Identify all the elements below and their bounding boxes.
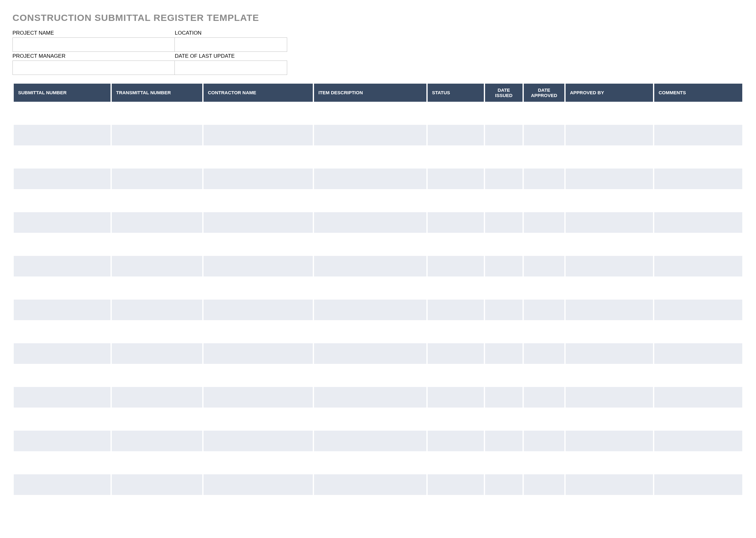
cell-date-approved[interactable]	[524, 169, 564, 189]
cell-item-description[interactable]	[314, 387, 426, 407]
cell-transmittal-number[interactable]	[112, 234, 202, 255]
cell-status[interactable]	[428, 365, 484, 386]
cell-date-approved[interactable]	[524, 474, 564, 495]
cell-date-approved[interactable]	[524, 278, 564, 298]
cell-submittal-number[interactable]	[14, 278, 111, 298]
cell-contractor-name[interactable]	[203, 169, 313, 189]
cell-status[interactable]	[428, 321, 484, 342]
cell-transmittal-number[interactable]	[112, 387, 202, 407]
cell-approved-by[interactable]	[566, 387, 653, 407]
cell-item-description[interactable]	[314, 453, 426, 473]
cell-date-issued[interactable]	[485, 125, 522, 145]
cell-submittal-number[interactable]	[14, 234, 111, 255]
cell-status[interactable]	[428, 431, 484, 451]
cell-transmittal-number[interactable]	[112, 190, 202, 211]
cell-status[interactable]	[428, 256, 484, 277]
cell-date-issued[interactable]	[485, 343, 522, 364]
cell-contractor-name[interactable]	[203, 103, 313, 124]
cell-date-approved[interactable]	[524, 234, 564, 255]
cell-status[interactable]	[428, 278, 484, 298]
cell-date-approved[interactable]	[524, 147, 564, 167]
cell-approved-by[interactable]	[566, 321, 653, 342]
cell-transmittal-number[interactable]	[112, 453, 202, 473]
cell-item-description[interactable]	[314, 256, 426, 277]
cell-item-description[interactable]	[314, 212, 426, 233]
cell-item-description[interactable]	[314, 409, 426, 429]
cell-date-issued[interactable]	[485, 453, 522, 473]
cell-item-description[interactable]	[314, 431, 426, 451]
cell-contractor-name[interactable]	[203, 212, 313, 233]
cell-date-approved[interactable]	[524, 103, 564, 124]
date-last-update-input[interactable]	[175, 61, 287, 75]
cell-transmittal-number[interactable]	[112, 256, 202, 277]
cell-date-approved[interactable]	[524, 496, 564, 517]
cell-approved-by[interactable]	[566, 496, 653, 517]
cell-date-approved[interactable]	[524, 190, 564, 211]
cell-contractor-name[interactable]	[203, 343, 313, 364]
cell-comments[interactable]	[654, 474, 742, 495]
cell-date-issued[interactable]	[485, 321, 522, 342]
cell-comments[interactable]	[654, 496, 742, 517]
cell-approved-by[interactable]	[566, 103, 653, 124]
cell-comments[interactable]	[654, 256, 742, 277]
cell-contractor-name[interactable]	[203, 147, 313, 167]
cell-date-approved[interactable]	[524, 321, 564, 342]
cell-comments[interactable]	[654, 103, 742, 124]
cell-comments[interactable]	[654, 125, 742, 145]
cell-submittal-number[interactable]	[14, 453, 111, 473]
cell-transmittal-number[interactable]	[112, 103, 202, 124]
cell-status[interactable]	[428, 212, 484, 233]
cell-date-issued[interactable]	[485, 299, 522, 320]
cell-item-description[interactable]	[314, 278, 426, 298]
cell-date-issued[interactable]	[485, 103, 522, 124]
cell-submittal-number[interactable]	[14, 321, 111, 342]
cell-date-issued[interactable]	[485, 190, 522, 211]
cell-transmittal-number[interactable]	[112, 147, 202, 167]
cell-transmittal-number[interactable]	[112, 125, 202, 145]
cell-status[interactable]	[428, 125, 484, 145]
cell-comments[interactable]	[654, 387, 742, 407]
cell-contractor-name[interactable]	[203, 299, 313, 320]
cell-transmittal-number[interactable]	[112, 496, 202, 517]
cell-transmittal-number[interactable]	[112, 474, 202, 495]
cell-date-issued[interactable]	[485, 169, 522, 189]
cell-contractor-name[interactable]	[203, 431, 313, 451]
cell-comments[interactable]	[654, 299, 742, 320]
cell-comments[interactable]	[654, 190, 742, 211]
cell-date-issued[interactable]	[485, 474, 522, 495]
cell-approved-by[interactable]	[566, 169, 653, 189]
cell-item-description[interactable]	[314, 103, 426, 124]
cell-approved-by[interactable]	[566, 125, 653, 145]
cell-item-description[interactable]	[314, 234, 426, 255]
cell-date-approved[interactable]	[524, 125, 564, 145]
cell-status[interactable]	[428, 299, 484, 320]
cell-status[interactable]	[428, 474, 484, 495]
cell-transmittal-number[interactable]	[112, 365, 202, 386]
cell-status[interactable]	[428, 387, 484, 407]
cell-status[interactable]	[428, 190, 484, 211]
cell-submittal-number[interactable]	[14, 256, 111, 277]
cell-submittal-number[interactable]	[14, 190, 111, 211]
cell-approved-by[interactable]	[566, 299, 653, 320]
cell-comments[interactable]	[654, 431, 742, 451]
cell-approved-by[interactable]	[566, 256, 653, 277]
cell-contractor-name[interactable]	[203, 234, 313, 255]
cell-approved-by[interactable]	[566, 278, 653, 298]
cell-submittal-number[interactable]	[14, 365, 111, 386]
cell-transmittal-number[interactable]	[112, 321, 202, 342]
cell-submittal-number[interactable]	[14, 387, 111, 407]
cell-status[interactable]	[428, 234, 484, 255]
cell-approved-by[interactable]	[566, 365, 653, 386]
cell-approved-by[interactable]	[566, 474, 653, 495]
location-input[interactable]	[175, 37, 287, 52]
cell-contractor-name[interactable]	[203, 278, 313, 298]
cell-approved-by[interactable]	[566, 190, 653, 211]
cell-status[interactable]	[428, 169, 484, 189]
cell-transmittal-number[interactable]	[112, 278, 202, 298]
project-name-input[interactable]	[13, 37, 175, 52]
cell-comments[interactable]	[654, 169, 742, 189]
cell-date-approved[interactable]	[524, 387, 564, 407]
cell-approved-by[interactable]	[566, 147, 653, 167]
cell-date-issued[interactable]	[485, 278, 522, 298]
cell-transmittal-number[interactable]	[112, 343, 202, 364]
